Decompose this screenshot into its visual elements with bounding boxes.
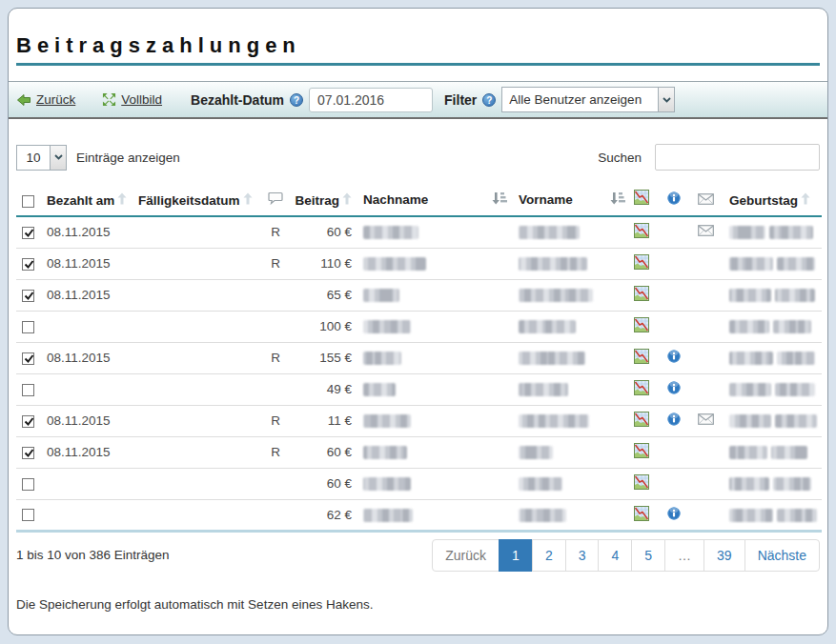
chart-cell[interactable]	[625, 311, 658, 342]
select-all-checkbox[interactable]	[22, 195, 34, 208]
col-header-faelligkeitsdatum[interactable]: Fälligkeitsdatum	[138, 171, 256, 216]
first-name-cell	[507, 468, 625, 499]
chart-cell[interactable]	[625, 468, 658, 499]
filter-help-icon[interactable]: ?	[482, 93, 496, 107]
payments-table: Bezahlt am Fälligkeitsdatum Beitrag Nach…	[16, 171, 822, 533]
mail-cell[interactable]	[690, 248, 722, 279]
chart-cell[interactable]	[625, 248, 658, 279]
col-header-beitrag[interactable]: Beitrag	[295, 171, 352, 216]
col-header-nachname[interactable]: Nachname	[352, 171, 507, 216]
chart-cell[interactable]	[625, 279, 658, 311]
due-date-cell	[138, 279, 256, 311]
pagination-page-2[interactable]: 2	[533, 539, 566, 572]
chart-icon	[634, 412, 649, 427]
page-size-select[interactable]: 10	[16, 145, 67, 171]
col-header-mail[interactable]	[690, 171, 722, 216]
paid-at-cell: 08.11.2015	[47, 342, 138, 373]
birthday-cell	[722, 436, 822, 468]
col-header-info[interactable]	[658, 171, 690, 216]
row-checkbox[interactable]	[22, 415, 34, 428]
sort-icon	[243, 192, 253, 205]
info-cell[interactable]	[658, 436, 690, 468]
info-cell[interactable]	[658, 468, 690, 499]
mail-cell[interactable]	[690, 342, 722, 373]
info-cell[interactable]	[658, 342, 690, 373]
pagination-page-5[interactable]: 5	[632, 539, 665, 572]
col-header-bezahlt-am[interactable]: Bezahlt am	[47, 171, 138, 216]
row-checkbox[interactable]	[22, 227, 34, 239]
table-row: 08.11.2015 R 11 €	[16, 405, 822, 436]
paid-date-help-icon[interactable]: ?	[290, 93, 303, 107]
row-checkbox[interactable]	[22, 509, 34, 521]
row-checkbox[interactable]	[22, 478, 34, 491]
search-input[interactable]	[655, 144, 820, 171]
sort-amount-icon	[610, 191, 625, 205]
pagination-page-3[interactable]: 3	[566, 539, 600, 572]
col-header-chart[interactable]	[625, 171, 658, 216]
paid-at-cell: 08.11.2015	[47, 436, 138, 468]
info-cell[interactable]	[658, 405, 690, 436]
filter-label: Filter	[444, 92, 477, 108]
pagination-page-4[interactable]: 4	[599, 539, 632, 572]
table-row: 08.11.2015 R 60 €	[16, 436, 822, 468]
paid-date-label: Bezahlt-Datum	[191, 92, 284, 108]
amount-cell: 11 €	[295, 405, 352, 436]
search-label: Suchen	[598, 151, 642, 165]
fullscreen-link[interactable]: Vollbild	[102, 92, 162, 107]
pagination-page-39[interactable]: 39	[704, 539, 745, 572]
mail-cell[interactable]	[690, 468, 722, 499]
birthday-cell	[722, 342, 822, 373]
info-cell[interactable]	[658, 279, 690, 311]
row-checkbox[interactable]	[22, 352, 34, 365]
birthday-cell	[722, 499, 822, 531]
first-name-cell	[507, 248, 625, 279]
row-checkbox[interactable]	[22, 258, 34, 271]
info-cell[interactable]	[658, 311, 690, 342]
amount-cell: 110 €	[295, 248, 352, 279]
paid-date-input[interactable]	[309, 88, 433, 112]
chart-cell[interactable]	[625, 499, 658, 531]
info-cell[interactable]	[658, 499, 690, 531]
amount-cell: 62 €	[295, 499, 352, 531]
filter-select[interactable]: Alle Benutzer anzeigen	[501, 87, 675, 112]
last-name-cell	[352, 279, 507, 311]
chart-cell[interactable]	[625, 342, 658, 373]
col-header-comment[interactable]	[256, 171, 295, 216]
birthday-cell	[722, 216, 822, 248]
mail-cell[interactable]	[690, 436, 722, 468]
table-controls: 10 Einträge anzeigen Suchen	[16, 144, 820, 171]
pagination-next[interactable]: Nächste	[745, 539, 820, 572]
flag-cell	[256, 373, 295, 405]
amount-cell: 65 €	[295, 279, 352, 311]
pagination-page-…[interactable]: …	[665, 539, 704, 572]
info-cell[interactable]	[658, 248, 690, 279]
pagination-prev[interactable]: Zurück	[432, 539, 500, 572]
mail-cell[interactable]	[690, 405, 722, 436]
amount-cell: 60 €	[295, 436, 352, 468]
back-link[interactable]: Zurück	[16, 92, 75, 108]
flag-cell	[256, 279, 295, 311]
chart-cell[interactable]	[625, 373, 658, 405]
flag-cell: R	[256, 216, 295, 248]
info-cell[interactable]	[658, 216, 690, 248]
amount-cell: 100 €	[295, 311, 352, 342]
sort-icon	[342, 192, 352, 205]
col-header-geburtstag[interactable]: Geburtstag	[722, 171, 822, 216]
mail-cell[interactable]	[690, 216, 722, 248]
mail-cell[interactable]	[690, 279, 722, 311]
row-checkbox[interactable]	[22, 447, 34, 459]
last-name-cell	[352, 468, 507, 499]
row-checkbox[interactable]	[22, 290, 34, 302]
mail-cell[interactable]	[690, 499, 722, 531]
row-checkbox[interactable]	[22, 321, 34, 333]
chart-cell[interactable]	[625, 436, 658, 468]
back-arrow-icon	[16, 92, 31, 108]
mail-cell[interactable]	[690, 373, 722, 405]
pagination-page-1[interactable]: 1	[500, 539, 533, 572]
col-header-vorname[interactable]: Vorname	[507, 171, 625, 216]
chart-cell[interactable]	[625, 405, 658, 436]
mail-cell[interactable]	[690, 311, 722, 342]
chart-cell[interactable]	[625, 216, 658, 248]
info-cell[interactable]	[658, 373, 690, 405]
row-checkbox[interactable]	[22, 384, 34, 396]
